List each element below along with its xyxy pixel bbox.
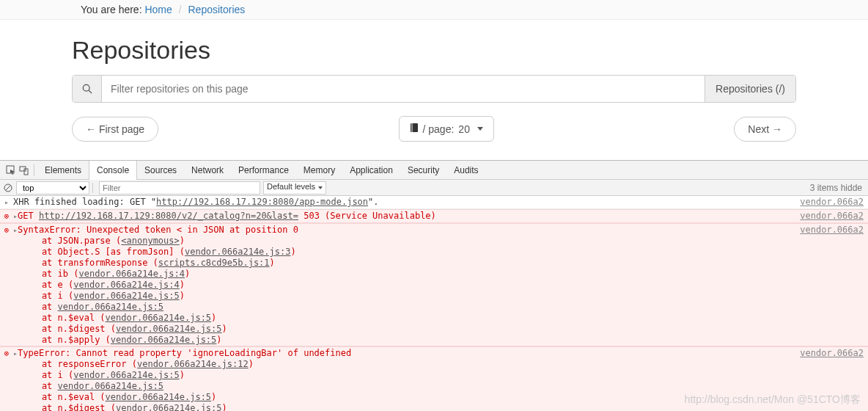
per-page-value: 20: [458, 123, 470, 135]
console-toolbar: top Default levels 3 items hidde: [0, 180, 868, 196]
page-title: Repositories: [72, 36, 796, 65]
get-label: GET: [18, 211, 34, 221]
console-output: ▸ XHR finished loading: GET "http://192.…: [0, 196, 868, 411]
console-filter-input[interactable]: [99, 181, 260, 194]
tab-application[interactable]: Application: [342, 161, 400, 180]
book-icon: [410, 123, 419, 135]
stack-file-link[interactable]: vendor.066a214e.js:5: [73, 370, 180, 380]
stack-file-link[interactable]: vendor.066a214e.js:5: [106, 313, 212, 323]
per-page-dropdown[interactable]: / page: 20: [399, 116, 494, 142]
log-source-link[interactable]: vendor.066a2: [800, 211, 868, 222]
expand-icon[interactable]: ▸: [4, 198, 9, 206]
stack-file-link[interactable]: vendor.066a214e.js:3: [185, 247, 291, 257]
xhr-url[interactable]: http://192.168.17.129:8080/app-mode.json: [156, 197, 368, 207]
breadcrumb-home[interactable]: Home: [144, 4, 172, 15]
stack-file-link[interactable]: <anonymous>: [121, 236, 179, 246]
stack-file-link[interactable]: vendor.066a214e.js:4: [73, 280, 180, 290]
breadcrumb-divider: /: [175, 4, 185, 15]
device-toggle-icon[interactable]: [18, 165, 31, 175]
get-url[interactable]: http://192.168.17.129:8080/v2/_catalog?n…: [39, 211, 298, 221]
clear-console-icon[interactable]: [0, 183, 16, 192]
tab-elements[interactable]: Elements: [37, 161, 89, 180]
stack-file-link[interactable]: vendor.066a214e.js:5: [73, 291, 180, 301]
log-source-link[interactable]: vendor.066a2: [800, 348, 868, 359]
divider: [34, 164, 34, 176]
log-source-link[interactable]: vendor.066a2: [800, 197, 868, 208]
pager: ← First page / page: 20 Next →: [72, 116, 796, 142]
stack-file-link[interactable]: scripts.c8cd9e5b.js:1: [158, 258, 270, 268]
xhr-prefix: XHR finished loading: GET ": [13, 197, 156, 207]
xhr-suffix: ".: [368, 197, 378, 207]
svg-rect-3: [411, 123, 412, 132]
error-icon: ⊗: [4, 349, 10, 358]
svg-point-0: [83, 84, 89, 91]
type-error-msg: TypeError: Cannot read property 'ignoreL…: [18, 348, 351, 358]
stack-file-link[interactable]: vendor.066a214e.js:5: [58, 381, 164, 391]
log-levels-dropdown[interactable]: Default levels: [263, 181, 326, 194]
breadcrumb-prefix: You are here:: [81, 4, 142, 15]
console-log-row: ▸ XHR finished loading: GET "http://192.…: [0, 196, 868, 209]
tab-network[interactable]: Network: [184, 161, 231, 180]
tab-performance[interactable]: Performance: [231, 161, 296, 180]
watermark: http://blog.csdn.net/Mon @51CTO博客: [685, 393, 861, 407]
stack-file-link[interactable]: vendor.066a214e.js:5: [106, 392, 212, 402]
breadcrumb-current[interactable]: Repositories: [188, 4, 245, 15]
svg-line-1: [89, 90, 92, 93]
tab-security[interactable]: Security: [400, 161, 446, 180]
repositories-count-addon: Repositories (/): [705, 76, 795, 102]
hidden-items-label: 3 items hidde: [810, 183, 868, 193]
per-page-prefix: / page:: [423, 123, 455, 135]
console-error-row: ⊗ ▸SyntaxError: Unexpected token < in JS…: [0, 223, 868, 346]
context-select[interactable]: top: [16, 181, 89, 194]
tab-audits[interactable]: Audits: [446, 161, 485, 180]
stack-file-link[interactable]: vendor.066a214e.js:5: [116, 403, 222, 411]
devtools-panel: Elements Console Sources Network Perform…: [0, 160, 868, 411]
stack-file-link[interactable]: vendor.066a214e.js:5: [58, 302, 164, 312]
stack-file-link[interactable]: vendor.066a214e.js:4: [78, 269, 185, 279]
get-status: 503 (Service Unavailable): [298, 211, 436, 221]
stack-file-link[interactable]: vendor.066a214e.js:12: [137, 359, 249, 369]
breadcrumb: You are here: Home / Repositories: [0, 0, 868, 20]
divider: [92, 183, 93, 193]
stack-file-link[interactable]: vendor.066a214e.js:5: [111, 335, 217, 345]
tab-memory[interactable]: Memory: [296, 161, 342, 180]
log-source-link[interactable]: vendor.066a2: [800, 225, 868, 236]
error-icon: ⊗: [4, 211, 10, 221]
stack-trace: at JSON.parse (<anonymous>) at Object.S …: [0, 236, 868, 346]
devtools-tab-bar: Elements Console Sources Network Perform…: [0, 161, 868, 180]
tab-console[interactable]: Console: [89, 161, 137, 180]
next-page-button[interactable]: Next →: [734, 117, 796, 142]
filter-bar: Repositories (/): [72, 75, 796, 103]
svg-line-8: [6, 185, 11, 190]
syntax-error-msg: SyntaxError: Unexpected token < in JSON …: [18, 225, 298, 235]
chevron-down-icon: [477, 127, 483, 131]
tab-sources[interactable]: Sources: [137, 161, 184, 180]
console-error-row: ⊗ ▸GET http://192.168.17.129:8080/v2/_ca…: [0, 209, 868, 223]
inspect-icon[interactable]: [4, 165, 18, 175]
first-page-button[interactable]: ← First page: [72, 117, 158, 142]
search-icon: [73, 76, 102, 102]
filter-input[interactable]: [102, 76, 705, 102]
error-icon: ⊗: [4, 225, 10, 235]
stack-file-link[interactable]: vendor.066a214e.js:5: [116, 324, 222, 334]
